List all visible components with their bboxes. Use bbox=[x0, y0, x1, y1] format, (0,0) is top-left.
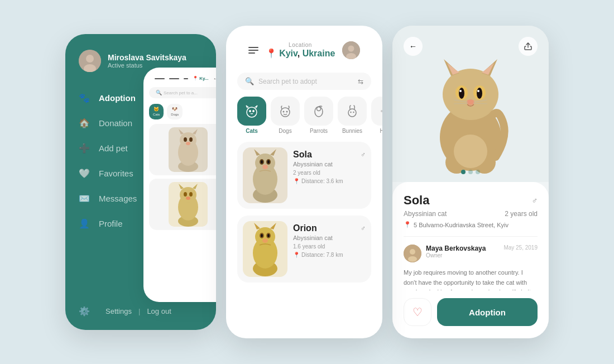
category-parrots[interactable]: Parrots bbox=[304, 97, 333, 134]
category-dogs[interactable]: Dogs bbox=[271, 97, 300, 134]
svg-point-44 bbox=[267, 160, 270, 164]
detail-pet-name: Sola bbox=[404, 193, 429, 208]
svg-point-31 bbox=[350, 112, 351, 113]
pet-gender-sola: ♂ bbox=[361, 151, 366, 159]
svg-point-24 bbox=[253, 111, 255, 112]
search-input: Search pet to adopt bbox=[258, 78, 358, 85]
svg-point-23 bbox=[250, 111, 251, 112]
svg-point-38 bbox=[255, 154, 275, 173]
svg-point-78 bbox=[408, 256, 417, 262]
pets-list: Sola ♂ Abyssinian cat 2 years old 📍 Dist… bbox=[226, 142, 382, 338]
pet-breed-sola: Abyssinian cat bbox=[293, 161, 366, 167]
bunnies-icon-box bbox=[338, 97, 367, 126]
user-avatar[interactable] bbox=[342, 41, 360, 59]
avatar bbox=[79, 50, 101, 72]
svg-point-45 bbox=[262, 165, 268, 169]
phone-pet-detail: ← bbox=[392, 26, 549, 338]
heart-icon: 🤍 bbox=[79, 168, 90, 179]
svg-point-77 bbox=[410, 249, 415, 255]
svg-point-5 bbox=[180, 132, 196, 148]
svg-point-75 bbox=[454, 135, 487, 168]
bottom-nav: ⚙️ Settings | Log out bbox=[65, 306, 216, 317]
pet-distance-orion: Distance: 7.8 km bbox=[301, 252, 343, 258]
svg-point-9 bbox=[189, 137, 193, 142]
svg-point-10 bbox=[186, 142, 190, 145]
pet-photo-area: ← bbox=[392, 26, 549, 182]
message-icon: ✉️ bbox=[79, 193, 90, 204]
filter-icon[interactable]: ⇆ bbox=[358, 78, 363, 85]
search-icon: 🔍 bbox=[245, 77, 254, 85]
owner-section: Maya Berkovskaya Owner May 25, 2019 bbox=[404, 236, 538, 262]
detail-pet-age: 2 years old bbox=[505, 210, 538, 218]
svg-point-1 bbox=[86, 55, 94, 63]
bunnies-label: Bunnies bbox=[342, 128, 362, 134]
pet-actions: ♡ Adoption bbox=[392, 290, 549, 338]
heart-icon: ♡ bbox=[412, 305, 423, 319]
phone-adoption-list: Location 📍 Kyiv, Ukraine 🔍 Search pet to… bbox=[226, 26, 382, 338]
share-button[interactable] bbox=[519, 37, 538, 56]
svg-point-16 bbox=[184, 192, 187, 197]
svg-point-66 bbox=[459, 90, 462, 92]
home-icon: 🏠 bbox=[79, 118, 90, 128]
owner-date: May 25, 2019 bbox=[503, 245, 538, 251]
categories: Cats Dogs bbox=[226, 97, 382, 142]
svg-point-8 bbox=[184, 137, 187, 142]
svg-point-67 bbox=[477, 90, 479, 92]
owner-name: Maya Berkovskaya bbox=[426, 245, 503, 252]
profile-icon: 👤 bbox=[79, 218, 90, 229]
inner-location: 📍 Ky... bbox=[193, 76, 209, 81]
svg-point-18 bbox=[186, 197, 190, 200]
search-bar[interactable]: 🔍 Search pet to adopt ⇆ bbox=[237, 73, 371, 90]
svg-point-54 bbox=[267, 234, 270, 237]
pet-card-orion[interactable]: Orion ♂ Abyssinian cat 1.6 years old 📍 D… bbox=[237, 215, 371, 282]
category-more[interactable]: Ho... bbox=[371, 97, 382, 134]
adoption-button[interactable]: Adoption bbox=[437, 298, 538, 326]
svg-point-53 bbox=[261, 234, 263, 237]
pet-distance-sola: Distance: 3.6 km bbox=[301, 178, 343, 184]
svg-marker-6 bbox=[179, 129, 184, 135]
detail-address: 5 Bulvarno-Kudriavska Street, Kyiv bbox=[414, 222, 509, 228]
pet-breed-orion: Abyssinian cat bbox=[293, 234, 366, 241]
phones-container: Miroslava Savitskaya Active status 📍 Ky.… bbox=[65, 26, 549, 338]
svg-point-29 bbox=[317, 107, 321, 111]
address-pin-icon: 📍 bbox=[404, 221, 411, 228]
pet-age-orion: 1.6 years old bbox=[293, 243, 366, 250]
pet-card-sola[interactable]: Sola ♂ Abyssinian cat 2 years old 📍 Dist… bbox=[237, 142, 371, 209]
settings-icon: ⚙️ bbox=[79, 306, 90, 317]
svg-point-32 bbox=[353, 112, 354, 113]
svg-point-65 bbox=[477, 88, 482, 99]
location-label: Location bbox=[266, 42, 335, 48]
category-cats[interactable]: Cats bbox=[237, 97, 266, 134]
pet-photo-sola bbox=[243, 147, 287, 203]
more-label: Ho... bbox=[380, 128, 382, 134]
pet-info-orion: Orion ♂ Abyssinian cat 1.6 years old 📍 D… bbox=[293, 221, 366, 258]
hamburger-menu[interactable] bbox=[248, 47, 258, 54]
svg-marker-50 bbox=[270, 223, 276, 229]
settings-label[interactable]: Settings bbox=[105, 307, 132, 315]
back-button[interactable]: ← bbox=[404, 37, 423, 56]
logout-label[interactable]: Log out bbox=[147, 307, 171, 315]
inner-back[interactable]: ← bbox=[213, 75, 216, 82]
user-name: Miroslava Savitskaya bbox=[108, 53, 186, 62]
dot-3 bbox=[476, 170, 480, 174]
svg-marker-49 bbox=[254, 223, 260, 229]
favorite-button[interactable]: ♡ bbox=[404, 298, 431, 326]
svg-point-17 bbox=[189, 192, 193, 197]
svg-point-68 bbox=[467, 99, 474, 105]
svg-point-43 bbox=[261, 160, 263, 164]
svg-point-55 bbox=[262, 238, 268, 243]
pet-detail-panel: Sola ♂ Abyssinian cat 2 years old 📍 5 Bu… bbox=[392, 182, 549, 290]
owner-avatar bbox=[404, 245, 421, 262]
parrots-label: Parrots bbox=[310, 128, 328, 134]
svg-point-20 bbox=[348, 46, 354, 52]
category-bunnies[interactable]: Bunnies bbox=[338, 97, 367, 134]
plus-icon: ➕ bbox=[79, 143, 90, 154]
location-city: 📍 Kyiv, Ukraine bbox=[266, 48, 335, 59]
owner-role: Owner bbox=[426, 252, 503, 258]
pet-name-sola: Sola bbox=[293, 150, 312, 160]
cats-icon-box bbox=[237, 97, 266, 126]
photo-dots bbox=[461, 170, 480, 174]
detail-pet-breed: Abyssinian cat bbox=[404, 210, 447, 218]
pet-photo-orion bbox=[243, 221, 287, 277]
svg-point-26 bbox=[283, 111, 285, 113]
